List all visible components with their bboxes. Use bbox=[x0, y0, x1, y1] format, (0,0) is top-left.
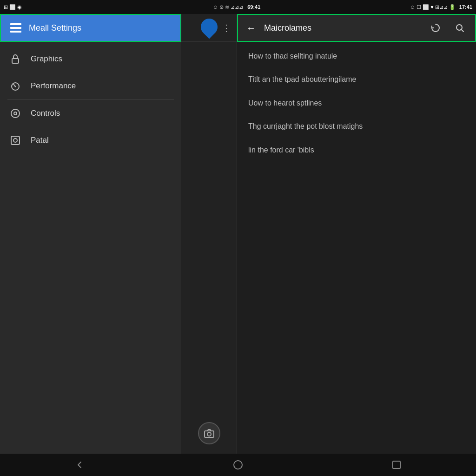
nav-home-button[interactable] bbox=[224, 454, 252, 476]
right-panel: ← Maicrolames How to thad sellting inatu… bbox=[237, 14, 476, 454]
sidebar-item-controls[interactable]: Controls bbox=[0, 100, 181, 127]
middle-panel: ⋮ bbox=[181, 14, 237, 454]
svg-rect-2 bbox=[10, 31, 21, 33]
settings-icon bbox=[8, 20, 23, 35]
status-time-right: 17:41 bbox=[459, 4, 472, 10]
status-time-left: ☺ ⊙ ≋ ⊿⊿⊿ bbox=[213, 4, 243, 10]
right-panel-header: ← Maicrolames bbox=[237, 14, 476, 42]
sidebar-label-patal: Patal bbox=[31, 136, 49, 145]
status-icons-left: ⊞ ⬜ ◉ bbox=[4, 4, 22, 10]
sidebar-title: Meall Settings bbox=[29, 23, 81, 33]
svg-rect-1 bbox=[10, 27, 21, 29]
nav-recent-button[interactable] bbox=[383, 454, 410, 476]
sidebar: Meall Settings Graphics bbox=[0, 14, 181, 454]
lock-icon bbox=[9, 53, 21, 65]
svg-rect-3 bbox=[12, 59, 19, 63]
sidebar-item-patal[interactable]: Patal bbox=[0, 127, 181, 154]
svg-point-13 bbox=[234, 461, 242, 469]
svg-rect-0 bbox=[10, 23, 21, 25]
patal-icon bbox=[9, 134, 21, 146]
location-pin-wrapper bbox=[201, 19, 218, 35]
sidebar-header: Meall Settings bbox=[0, 14, 181, 42]
svg-point-6 bbox=[11, 109, 20, 118]
svg-point-9 bbox=[13, 139, 17, 142]
status-clock: 69:41 bbox=[247, 4, 260, 10]
content-item-2[interactable]: Uow to hearot sptlines bbox=[248, 98, 465, 108]
svg-point-5 bbox=[15, 86, 16, 87]
gauge-icon bbox=[9, 80, 21, 92]
location-pin-icon bbox=[197, 15, 221, 39]
camera-button[interactable] bbox=[198, 422, 220, 444]
controls-icon bbox=[9, 107, 21, 119]
sidebar-label-graphics: Graphics bbox=[31, 54, 62, 64]
history-icon[interactable] bbox=[430, 23, 445, 33]
search-icon[interactable] bbox=[455, 23, 469, 33]
back-button[interactable]: ← bbox=[244, 23, 258, 33]
sidebar-label-performance: Performance bbox=[31, 81, 76, 91]
svg-point-7 bbox=[14, 112, 17, 115]
nav-back-button[interactable] bbox=[66, 454, 93, 476]
sidebar-items: Graphics Performance bbox=[0, 42, 181, 454]
status-bar-right: ☺ ☐ ⬜ ♥ ⊞⊿⊿ 🔋 17:41 bbox=[410, 4, 472, 10]
svg-rect-8 bbox=[11, 136, 20, 145]
right-content: How to thad sellting inatule Titlt an th… bbox=[237, 42, 476, 454]
svg-point-12 bbox=[456, 25, 462, 30]
main-container: Meall Settings Graphics bbox=[0, 14, 476, 454]
sidebar-item-graphics[interactable]: Graphics bbox=[0, 46, 181, 73]
status-bar-center: ☺ ⊙ ≋ ⊿⊿⊿ 69:41 bbox=[213, 4, 264, 10]
content-item-1[interactable]: Titlt an the tpad aboutteringilame bbox=[248, 74, 465, 85]
content-item-3[interactable]: Thg currjaght the pot blost matighs bbox=[248, 121, 465, 132]
status-bar: ⊞ ⬜ ◉ ☺ ⊙ ≋ ⊿⊿⊿ 69:41 ☺ ☐ ⬜ ♥ ⊞⊿⊿ 🔋 17:4… bbox=[0, 0, 476, 14]
sidebar-label-controls: Controls bbox=[31, 109, 60, 118]
content-item-0[interactable]: How to thad sellting inatule bbox=[248, 51, 465, 61]
middle-dots-menu[interactable]: ⋮ bbox=[222, 22, 231, 33]
svg-rect-14 bbox=[393, 461, 400, 469]
right-panel-title: Maicrolames bbox=[264, 23, 421, 33]
status-bar-left: ⊞ ⬜ ◉ bbox=[4, 4, 22, 10]
content-item-4[interactable]: lin the ford car 'bibls bbox=[248, 145, 465, 155]
status-icons-right: ☺ ☐ ⬜ ♥ ⊞⊿⊿ 🔋 bbox=[410, 4, 456, 10]
svg-point-11 bbox=[207, 432, 211, 436]
bottom-nav bbox=[0, 454, 476, 476]
sidebar-item-performance[interactable]: Performance bbox=[0, 73, 181, 99]
